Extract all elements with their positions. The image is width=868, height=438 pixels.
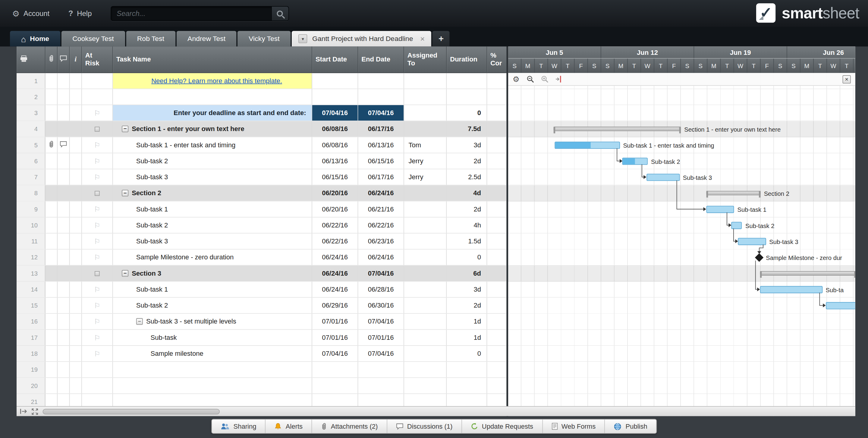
percent-complete-cell[interactable] [487, 217, 506, 233]
task-name-cell[interactable]: Sub-task 2 [113, 153, 312, 169]
gantt-day-label[interactable]: T [535, 59, 548, 73]
percent-complete-cell[interactable] [487, 73, 506, 88]
row-number[interactable]: 13 [17, 266, 45, 281]
percent-complete-cell[interactable] [487, 282, 506, 297]
gantt-day-label[interactable]: T [721, 59, 734, 73]
gantt-week-label[interactable]: Jun 5 [508, 46, 601, 58]
comment-cell[interactable] [58, 202, 70, 217]
duration-cell[interactable]: 0 [447, 249, 487, 265]
at-risk-cell[interactable]: ⚐ [82, 313, 113, 329]
attachment-cell[interactable] [45, 137, 58, 153]
start-date-cell[interactable]: 06/22/16 [312, 217, 358, 233]
assigned-to-cell[interactable] [404, 282, 447, 297]
column-header-attachments[interactable] [45, 46, 58, 72]
row-number[interactable]: 3 [17, 105, 45, 121]
start-date-cell[interactable] [312, 362, 358, 377]
row-number[interactable]: 9 [17, 202, 45, 217]
row-number[interactable]: 7 [17, 169, 45, 184]
comment-cell[interactable] [58, 233, 70, 249]
info-cell[interactable] [70, 378, 82, 393]
account-menu[interactable]: ⚙ Account [12, 9, 50, 18]
scroll-to-start-icon[interactable] [20, 408, 27, 414]
at-risk-cell[interactable] [82, 121, 113, 136]
duration-cell[interactable] [447, 362, 487, 377]
task-name-cell[interactable]: −Section 1 - enter your own text here [113, 121, 312, 136]
attachment-cell[interactable] [45, 249, 58, 265]
task-name-cell[interactable]: Sample Milestone - zero duration [113, 249, 312, 265]
end-date-cell[interactable]: 06/21/16 [358, 202, 404, 217]
info-cell[interactable] [70, 169, 82, 184]
assigned-to-cell[interactable] [404, 89, 447, 104]
assigned-to-cell[interactable] [404, 73, 447, 88]
attachment-cell[interactable] [45, 153, 58, 169]
comment-cell[interactable] [58, 298, 70, 313]
column-header-row-numbers[interactable] [17, 46, 45, 72]
gantt-day-label[interactable]: S [774, 59, 787, 73]
web-forms-button[interactable]: Web Forms [542, 419, 605, 433]
discussions-1-button[interactable]: Discussions (1) [387, 419, 462, 433]
assigned-to-cell[interactable]: Jerry [404, 153, 447, 169]
duration-cell[interactable]: 0 [447, 105, 487, 121]
assigned-to-cell[interactable] [404, 330, 447, 345]
at-risk-cell[interactable]: ⚐ [82, 105, 113, 121]
info-cell[interactable] [70, 185, 82, 201]
comment-cell[interactable] [58, 73, 70, 88]
attachment-cell[interactable] [45, 378, 58, 393]
start-date-cell[interactable]: 06/08/16 [312, 137, 358, 153]
start-date-cell[interactable]: 06/24/16 [312, 282, 358, 297]
tab-home[interactable]: ⌂ Home [10, 31, 60, 46]
start-date-cell[interactable]: 06/20/16 [312, 202, 358, 217]
duration-cell[interactable]: 7.5d [447, 121, 487, 136]
percent-complete-cell[interactable] [487, 266, 506, 281]
row-number[interactable]: 4 [17, 121, 45, 136]
comment-cell[interactable] [58, 121, 70, 136]
at-risk-cell[interactable]: ⚐ [82, 202, 113, 217]
info-cell[interactable] [70, 137, 82, 153]
gantt-settings-icon[interactable]: ⚙ [513, 75, 520, 83]
attachments-2-button[interactable]: Attachments (2) [312, 419, 387, 433]
assigned-to-cell[interactable] [404, 217, 447, 233]
column-header-task-name[interactable]: Task Name [113, 46, 312, 72]
gantt-week-label[interactable]: Jun 26 [787, 46, 855, 58]
gantt-day-label[interactable]: S [601, 59, 615, 73]
row-number[interactable]: 19 [17, 362, 45, 377]
at-risk-cell[interactable]: ⚐ [82, 153, 113, 169]
attachment-cell[interactable] [45, 89, 58, 104]
collapse-toggle[interactable]: − [122, 190, 128, 196]
end-date-cell[interactable]: 06/13/16 [358, 137, 404, 153]
gantt-day-label[interactable]: F [668, 59, 681, 73]
comment-cell[interactable] [58, 346, 70, 361]
zoom-in-icon[interactable] [541, 75, 549, 83]
gantt-day-label[interactable]: M [801, 59, 814, 73]
percent-complete-cell[interactable] [487, 169, 506, 184]
percent-complete-cell[interactable] [487, 137, 506, 153]
start-date-cell[interactable]: 06/20/16 [312, 185, 358, 201]
duration-cell[interactable]: 2d [447, 298, 487, 313]
assigned-to-cell[interactable] [404, 202, 447, 217]
duration-cell[interactable]: 2d [447, 153, 487, 169]
row-number[interactable]: 12 [17, 249, 45, 265]
gantt-day-label[interactable]: F [575, 59, 588, 73]
duration-cell[interactable]: 4d [447, 185, 487, 201]
start-date-cell[interactable]: 06/24/16 [312, 266, 358, 281]
comment-cell[interactable] [58, 249, 70, 265]
assigned-to-cell[interactable] [404, 362, 447, 377]
comment-cell[interactable] [58, 282, 70, 297]
task-name-cell[interactable]: Sub-task 2 [113, 217, 312, 233]
info-cell[interactable] [70, 217, 82, 233]
task-name-cell[interactable]: Sub-task [113, 330, 312, 345]
info-cell[interactable] [70, 313, 82, 329]
column-header-at-risk[interactable]: At Risk [82, 46, 113, 72]
end-date-cell[interactable]: 06/17/16 [358, 121, 404, 136]
end-date-cell[interactable]: 07/04/16 [358, 313, 404, 329]
attachment-cell[interactable] [45, 185, 58, 201]
attachment-cell[interactable] [45, 362, 58, 377]
percent-complete-cell[interactable] [487, 185, 506, 201]
row-number[interactable]: 8 [17, 185, 45, 201]
at-risk-cell[interactable]: ⚐ [82, 249, 113, 265]
info-cell[interactable] [70, 249, 82, 265]
at-risk-cell[interactable]: ⚐ [82, 169, 113, 184]
duration-cell[interactable]: 0 [447, 346, 487, 361]
expand-icon[interactable] [32, 408, 38, 415]
sharing-button[interactable]: Sharing [212, 419, 266, 433]
